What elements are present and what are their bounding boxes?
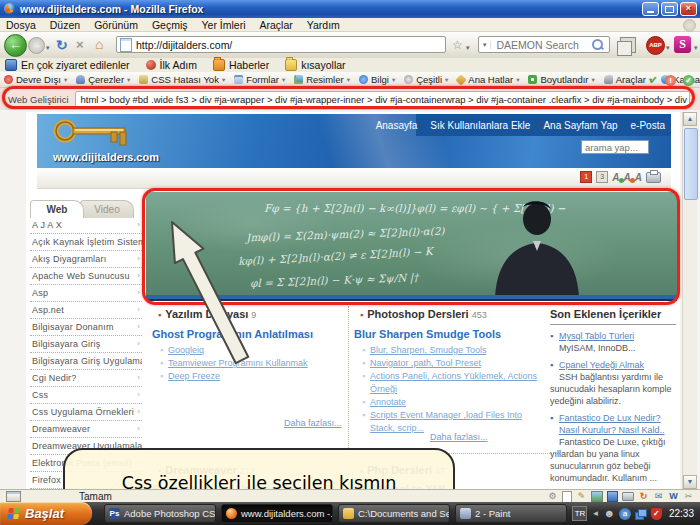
close-button[interactable]: × [680, 2, 697, 16]
stylish-dropdown-icon[interactable]: ▾ [694, 44, 698, 52]
search-bar[interactable]: ▾ [478, 36, 610, 53]
sidebar-item[interactable]: Akış Diyagramları › [30, 251, 142, 268]
taskbar-task[interactable]: Ps Adobe Photoshop CS... [104, 504, 216, 523]
tab-web[interactable]: Web [30, 200, 84, 218]
gear-icon[interactable]: ⚙ [547, 491, 558, 502]
url-bar[interactable] [116, 36, 446, 53]
search-engine-dropdown-icon[interactable]: ▾ [483, 41, 491, 49]
print-icon[interactable] [646, 172, 661, 183]
scroll-up-icon[interactable]: ▲ [683, 112, 697, 126]
webdev-menu-item[interactable]: Bilgi ▾ [359, 74, 395, 85]
taskbar-task[interactable]: www.dijitalders.com -... [221, 504, 333, 523]
webdev-menu-item[interactable]: Resimler ▾ [294, 74, 350, 85]
site-nav-link[interactable]: Anasayfa [376, 120, 418, 131]
font-increase-icon[interactable]: A [612, 172, 619, 183]
validation-check-icon[interactable]: ✓ [649, 74, 658, 87]
image-icon[interactable] [591, 491, 603, 502]
bookmark-item[interactable]: kısayollar [285, 59, 345, 71]
sidebar-item[interactable]: Dreamweaver › [30, 421, 142, 438]
webdev-menu-item[interactable]: Devre Dışı ▾ [4, 74, 67, 85]
sub-link[interactable]: Annotate [360, 396, 540, 409]
tab-video[interactable]: Video [80, 200, 134, 218]
article-link[interactable]: Blur Sharpen Smudge Tools [354, 328, 501, 340]
sidebar-item[interactable]: Css › [30, 387, 142, 404]
webdev-menu-item[interactable]: Ana Hatlar ▾ [457, 74, 519, 85]
sub-link[interactable]: Blur, Sharpen, Smudge Tools [360, 344, 540, 357]
refresh-icon[interactable]: ↻ [638, 491, 649, 502]
menu-item[interactable]: Düzen [50, 19, 80, 31]
scroll-down-icon[interactable]: ▼ [683, 475, 697, 489]
search-icon[interactable] [592, 39, 603, 50]
taskbar-task[interactable]: C:\Documents and Se... [338, 504, 450, 523]
bookmark-item[interactable]: İlk Adım [146, 59, 197, 71]
recent-link[interactable]: Fantastico De Lux Nedir? Nasıl Kurulur? … [550, 412, 676, 436]
bookmark-item[interactable]: En çok ziyaret edilenler [5, 59, 130, 71]
mail-icon[interactable]: ✉ [653, 491, 664, 502]
font-decrease-icon[interactable]: A [624, 172, 631, 183]
taskbar-task[interactable]: 2 - Paint [455, 504, 567, 523]
menu-item[interactable]: Araçlar [259, 19, 292, 31]
network-tray-icon[interactable] [635, 509, 647, 519]
render-mode-icon[interactable] [6, 491, 21, 502]
forward-button[interactable]: → [28, 37, 45, 54]
style-red-icon[interactable]: 1 [580, 171, 592, 183]
more-link[interactable]: Daha fazlası... [430, 432, 488, 442]
security-shield-tray-icon[interactable]: ✓ [651, 508, 662, 520]
font-default-icon[interactable]: A [635, 172, 642, 183]
recent-link[interactable]: Cpanel Yedeği Almak [550, 359, 676, 371]
validation-ok-icon[interactable]: ✓ [683, 75, 694, 86]
sidebar-item[interactable]: Asp.net › [30, 302, 142, 319]
scroll-thumb[interactable] [684, 128, 698, 200]
sidebar-item[interactable]: Açık Kaynak İşletim Sistemleri › [30, 234, 142, 251]
sub-link[interactable]: Actions Paneli, Actions Yüklemek, Action… [360, 370, 540, 396]
home-button[interactable]: ⌂ [95, 36, 103, 52]
printer-icon[interactable] [622, 492, 634, 501]
recent-link[interactable]: Mysql Tablo Türleri [550, 330, 676, 342]
sidebar-item[interactable]: Asp › [30, 285, 142, 302]
stop-button[interactable]: × [76, 37, 84, 52]
bookmark-dropdown-icon[interactable]: ▾ [466, 44, 470, 52]
url-input[interactable] [136, 39, 445, 51]
sub-link[interactable]: Navigator ,path, Tool Preset [360, 357, 540, 370]
sidebar-item[interactable]: A J A X › [30, 217, 142, 234]
webdev-menu-item[interactable]: Çerezler ▾ [76, 74, 130, 85]
language-indicator[interactable]: TR [572, 506, 587, 521]
restore-button[interactable] [661, 2, 678, 16]
pencil-icon[interactable]: ✎ [576, 491, 587, 502]
sidebar-item[interactable]: Css Uygulama Örnekleri › [30, 404, 142, 421]
tray-collapse-icon[interactable]: ◄ [591, 509, 599, 518]
window-titlebar[interactable]: www.dijitalders.com - Mozilla Firefox × [0, 0, 700, 18]
webdev-menu-item[interactable]: Çeşitli ▾ [404, 74, 448, 85]
style-gray-icon[interactable]: 3 [596, 171, 608, 183]
sidebar-item[interactable]: Cgi Nedir? › [30, 370, 142, 387]
webdev-menu-item[interactable]: CSS Hatası Yok ▾ [139, 74, 225, 85]
start-button[interactable]: Başlat [0, 502, 92, 525]
vertical-scrollbar[interactable]: ▲ ▼ [682, 112, 697, 489]
sidebar-item[interactable]: Bilgisayara Giriş Uygulamaları › [30, 353, 142, 370]
webdev-menu-item[interactable]: Boyutlandır ▾ [528, 74, 594, 85]
css-path-breadcrumb[interactable]: html > body #bd .wide fs3 > div #ja-wrap… [75, 91, 690, 108]
webdev-menu-item[interactable]: Formlar ▾ [234, 74, 285, 85]
menu-item[interactable]: Yardım [307, 19, 340, 31]
wiki-icon[interactable]: W [668, 491, 679, 502]
sidebar-item[interactable]: Apache Web Sunucusu › [30, 268, 142, 285]
scissors-icon[interactable]: ✂ [683, 491, 694, 502]
bookmark-item[interactable]: Haberler [213, 59, 269, 71]
site-domain[interactable]: www.dijitalders.com [53, 151, 159, 163]
messenger-tray-icon[interactable]: ☻ [603, 507, 615, 520]
site-nav-link[interactable]: Sık Kullanılanlara Ekle [430, 120, 530, 131]
menu-item[interactable]: Geçmiş [152, 19, 188, 31]
menu-item[interactable]: Dosya [6, 19, 36, 31]
site-search-input[interactable] [581, 140, 649, 154]
history-dropdown-icon[interactable]: ▾ [46, 44, 50, 52]
stylish-icon[interactable]: S [674, 36, 691, 53]
tab-preview-icon[interactable] [620, 37, 636, 53]
daemon-tools-tray-icon[interactable]: a [619, 508, 631, 520]
sidebar-item[interactable]: Bilgisayar Donanım › [30, 319, 142, 336]
article-link[interactable]: Ghost Programının Anlatılması [152, 328, 313, 340]
save-icon[interactable] [607, 491, 618, 502]
sub-link[interactable]: Googleiq [158, 344, 343, 357]
document-icon[interactable] [562, 491, 572, 503]
site-nav-link[interactable]: Ana Sayfam Yap [543, 120, 617, 131]
sidebar-item[interactable]: Bilgisayara Giriş › [30, 336, 142, 353]
